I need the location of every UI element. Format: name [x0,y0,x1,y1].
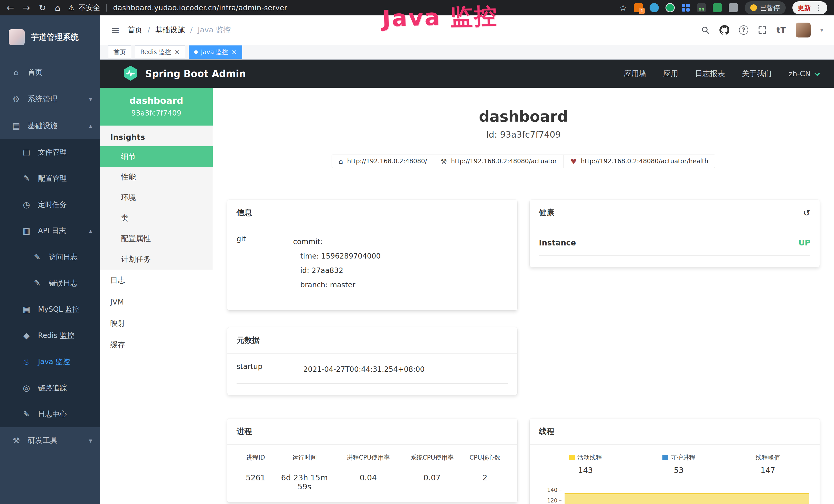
url-text[interactable]: dashboard.yudao.iocoder.cn/infra/admin-s… [113,4,287,12]
api-log-icon: ▥ [21,226,32,236]
font-size-icon[interactable]: tT [776,26,786,35]
warning-icon: ⚠ [68,4,74,12]
orange-extension-icon[interactable]: 1 [634,3,643,12]
sba-item-caches[interactable]: 缓存 [100,334,213,356]
trace-icon: ◎ [21,383,32,393]
breadcrumb-item-infrastructure[interactable]: 基础设施 [155,25,185,35]
y-axis-tick: 120 [539,498,562,504]
sidebar-item-file-management[interactable]: ▢ 文件管理 [0,139,100,165]
browser-home-icon[interactable]: ⌂ [55,3,61,13]
log-icon: ✎ [21,409,32,419]
search-icon[interactable] [701,26,710,35]
document-icon: ✎ [32,278,43,288]
locale-switcher[interactable]: zh-CN [789,69,818,78]
sba-item-configprops[interactable]: 配置属性 [100,229,213,249]
sba-nav-journal[interactable]: 日志报表 [695,69,725,79]
sba-item-jvm[interactable]: JVM [100,291,213,313]
metadata-card-body: startup 2021-04-27T00:44:31.254+08:00 [227,353,517,395]
tab-label: Java 监控 [201,48,228,56]
sidebar-item-label: 系统管理 [28,94,58,104]
sba-item-scheduled-tasks[interactable]: 计划任务 [100,249,213,270]
green-circle-extension-icon[interactable] [665,3,675,12]
chevron-up-icon: ▴ [89,227,92,235]
app-brand[interactable]: 芋道管理系统 [0,16,100,59]
update-button[interactable]: 更新 ⋮ [792,1,827,15]
sba-nav-about[interactable]: 关于我们 [742,69,772,79]
sidebar-item-java-monitor[interactable]: ♨ Java 监控 [0,349,100,375]
git-time-line: time: 1596289704000 [293,249,381,264]
sidebar-item-trace[interactable]: ◎ 链路追踪 [0,375,100,401]
chevron-up-icon: ▴ [89,122,92,130]
fullscreen-icon[interactable] [758,26,767,35]
sidebar-item-label: 基础设施 [28,121,58,131]
link-health-url[interactable]: ♥ http://192.168.0.2:48080/actuator/heal… [564,155,715,168]
browser-menu-dots-icon[interactable]: ⋮ [815,4,822,12]
leaf-extension-icon[interactable] [713,3,722,12]
sba-item-logs[interactable]: 日志 [100,270,213,291]
collapse-sidebar-icon[interactable]: ≡ [111,24,120,37]
sba-item-classes[interactable]: 类 [100,208,213,229]
on-toggle-extension-icon[interactable]: on [697,3,706,12]
process-cpu-value: 0.04 [334,473,402,491]
sba-item-environment[interactable]: 环境 [100,187,213,208]
tab-home[interactable]: 首页 [108,45,131,59]
sidebar-item-system-management[interactable]: ⚙ 系统管理 ▾ [0,86,100,112]
link-root-url[interactable]: ⌂ http://192.168.0.2:48080/ [332,155,434,168]
infrastructure-icon: ▤ [11,121,22,131]
browser-nav-buttons: ← → ↻ ⌂ [7,3,60,13]
blue-drop-extension-icon[interactable] [650,3,659,12]
sidebar-item-scheduled-tasks[interactable]: ◷ 定时任务 [0,191,100,218]
legend-value: 53 [662,466,695,475]
bookmark-star-icon[interactable]: ☆ [619,3,627,13]
threads-card-header: 线程 [530,418,820,445]
sidebar-item-mysql-monitor[interactable]: ▦ MySQL 监控 [0,296,100,322]
blue-grid-extension-icon[interactable] [681,3,690,12]
wrench-icon: ⚒ [441,157,447,165]
link-url-text: http://192.168.0.2:48080/ [347,158,427,165]
sidebar-item-error-logs[interactable]: ✎ 错误日志 [0,270,100,296]
forward-icon[interactable]: → [23,3,30,13]
sba-nav-applications[interactable]: 应用 [663,69,678,79]
sidebar-item-infrastructure[interactable]: ▤ 基础设施 ▴ [0,112,100,139]
y-axis-tick: 140 [539,487,562,493]
sba-item-metrics[interactable]: 性能 [100,167,213,187]
back-icon[interactable]: ← [7,3,14,13]
chevron-down-icon: ▾ [89,95,92,103]
site-security-chip[interactable]: ⚠ 不安全 dashboard.yudao.iocoder.cn/infra/a… [68,3,287,13]
puzzle-extensions-icon[interactable] [729,3,738,12]
sba-logo-icon[interactable] [123,65,138,82]
sidebar-item-api-logs[interactable]: ▥ API 日志 ▴ [0,218,100,244]
reload-icon[interactable]: ↻ [39,3,46,13]
history-icon[interactable]: ↺ [803,208,811,218]
sidebar-item-log-center[interactable]: ✎ 日志中心 [0,401,100,427]
tab-redis-monitor[interactable]: Redis 监控 × [135,45,185,59]
paused-button[interactable]: 已暂停 [745,1,786,15]
sba-item-mappings[interactable]: 映射 [100,313,213,334]
tab-label: Redis 监控 [140,48,171,56]
breadcrumb: 首页 / 基础设施 / Java 监控 [127,25,231,35]
instance-header[interactable]: dashboard 93a3fc7f7409 [100,88,213,125]
instance-id: 93a3fc7f7409 [104,109,208,117]
sba-nav-wallboard[interactable]: 应用墙 [624,69,646,79]
sidebar-item-dev-tools[interactable]: ⚒ 研发工具 ▾ [0,427,100,454]
sidebar-item-access-logs[interactable]: ✎ 访问日志 [0,244,100,270]
user-avatar[interactable] [796,23,811,38]
process-col-cpu-label: 进程CPU使用率 [334,453,402,462]
sidebar-item-config-management[interactable]: ✎ 配置管理 [0,165,100,191]
tab-close-icon[interactable]: × [232,49,237,55]
card-title: 元数据 [237,335,260,346]
sba-brand-title[interactable]: Spring Boot Admin [145,68,246,79]
tab-close-icon[interactable]: × [174,49,180,55]
avatar-caret-icon: ▾ [820,27,823,33]
tab-java-monitor[interactable]: Java 监控 × [189,45,242,59]
github-icon[interactable] [720,25,729,35]
live-threads-area-series [565,493,809,504]
sba-item-details[interactable]: 细节 [100,146,213,167]
sidebar-item-redis-monitor[interactable]: ◆ Redis 监控 [0,322,100,349]
help-icon[interactable]: ? [739,25,748,35]
health-card-body: Instance UP [530,226,820,267]
app-main-column: ≡ 首页 / 基础设施 / Java 监控 ? tT [100,16,834,504]
sidebar-item-home[interactable]: ⌂ 首页 [0,59,100,86]
link-actuator-url[interactable]: ⚒ http://192.168.0.2:48080/actuator [434,155,564,168]
breadcrumb-item-home[interactable]: 首页 [127,25,142,35]
